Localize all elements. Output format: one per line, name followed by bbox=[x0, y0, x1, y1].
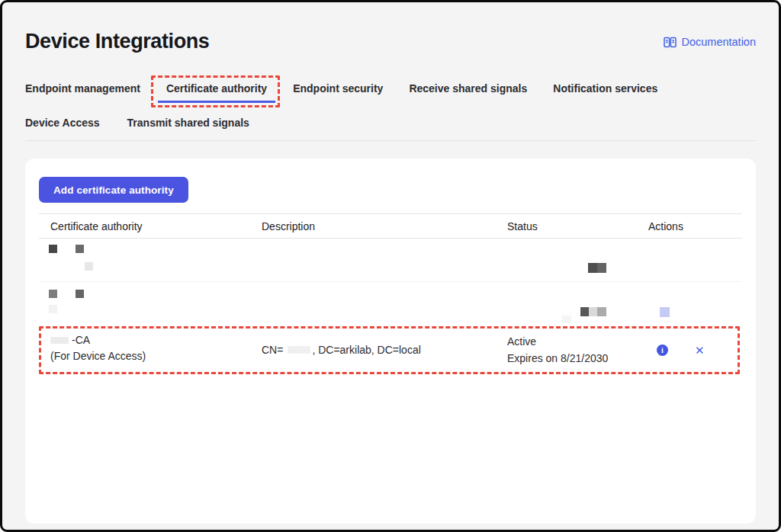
redaction-block bbox=[49, 245, 57, 253]
tabs-row-1: Endpoint management Certificate authorit… bbox=[25, 82, 756, 95]
tab-device-access[interactable]: Device Access bbox=[25, 117, 100, 129]
redaction-block bbox=[288, 346, 310, 354]
table-row-redacted-1 bbox=[39, 239, 742, 282]
table-row-redacted-2 bbox=[39, 282, 742, 324]
table-header-row: Certificate authority Description Status… bbox=[39, 213, 742, 239]
tab-endpoint-security[interactable]: Endpoint security bbox=[293, 82, 383, 95]
close-icon[interactable]: ✕ bbox=[695, 345, 705, 356]
tab-certificate-authority-label: Certificate authority bbox=[166, 82, 267, 95]
column-header-description: Description bbox=[250, 220, 496, 232]
certificate-authority-panel: Add certificate authority Certificate au… bbox=[25, 159, 756, 524]
column-header-actions: Actions bbox=[637, 220, 742, 232]
redaction-block bbox=[85, 262, 93, 271]
tabs-row-2: Device Access Transmit shared signals bbox=[25, 117, 756, 129]
tab-endpoint-management[interactable]: Endpoint management bbox=[25, 82, 140, 95]
actions-cell: i ✕ bbox=[637, 324, 742, 376]
redaction-block bbox=[50, 337, 69, 344]
info-icon[interactable]: i bbox=[657, 345, 668, 356]
certificate-authority-name-cell: -CA (For Device Access) bbox=[39, 324, 250, 376]
ca-name-suffix: -CA bbox=[72, 332, 90, 348]
description-suffix: , DC=arkilab, DC=local bbox=[312, 344, 420, 356]
column-header-certificate-authority: Certificate authority bbox=[39, 220, 250, 232]
redaction-block bbox=[580, 307, 589, 316]
redaction-block bbox=[588, 263, 597, 273]
tab-transmit-shared-signals[interactable]: Transmit shared signals bbox=[127, 117, 249, 129]
description-prefix: CN= bbox=[262, 344, 283, 356]
redaction-block bbox=[597, 263, 606, 273]
column-header-status: Status bbox=[496, 220, 637, 232]
table-row-device-access-ca: -CA (For Device Access) CN= , DC=arkilab… bbox=[39, 324, 742, 376]
redaction-block bbox=[76, 290, 84, 298]
status-cell: Active Expires on 8/21/2030 bbox=[496, 324, 637, 376]
redaction-block bbox=[589, 307, 597, 316]
ca-name-note: (For Device Access) bbox=[50, 348, 250, 364]
page-title: Device Integrations bbox=[25, 2, 756, 53]
redaction-block bbox=[49, 290, 57, 298]
status-value: Active bbox=[507, 333, 637, 350]
documentation-link[interactable]: Documentation bbox=[664, 36, 756, 48]
tab-receive-shared-signals[interactable]: Receive shared signals bbox=[409, 82, 527, 95]
tabs-divider bbox=[25, 140, 756, 141]
app-window: Device Integrations Documentation Endpoi… bbox=[0, 0, 781, 532]
tab-certificate-authority[interactable]: Certificate authority bbox=[166, 82, 267, 95]
tab-notification-services[interactable]: Notification services bbox=[553, 82, 657, 95]
description-cell: CN= , DC=arkilab, DC=local bbox=[250, 324, 496, 376]
add-certificate-authority-button[interactable]: Add certificate authority bbox=[39, 177, 188, 203]
certificate-authority-table: Certificate authority Description Status… bbox=[39, 213, 742, 376]
status-expiry: Expires on 8/21/2030 bbox=[507, 350, 637, 367]
redaction-block bbox=[76, 245, 84, 253]
documentation-label: Documentation bbox=[681, 36, 756, 48]
documentation-icon bbox=[664, 37, 677, 48]
active-tab-underline bbox=[158, 101, 275, 103]
redaction-block bbox=[562, 316, 571, 323]
redaction-block bbox=[49, 305, 57, 313]
redaction-block bbox=[597, 307, 606, 316]
redaction-block bbox=[660, 307, 670, 317]
